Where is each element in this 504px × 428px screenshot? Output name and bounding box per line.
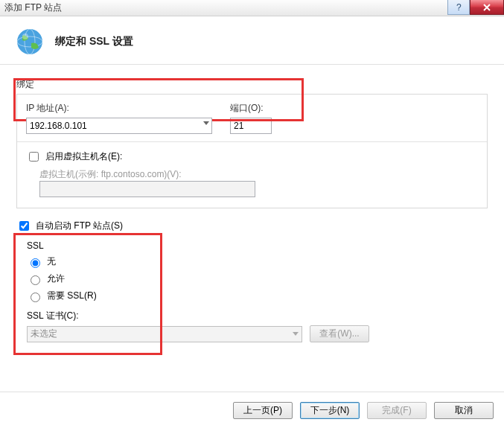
finish-button: 完成(F) [367,402,427,419]
autostart-label: 自动启动 FTP 站点(S) [36,220,123,232]
next-button[interactable]: 下一步(N) [300,402,360,419]
ip-address-label: IP 地址(A): [26,102,212,115]
ip-address-combo[interactable] [26,118,212,134]
page-title: 绑定和 SSL 设置 [55,35,133,48]
autostart-checkbox[interactable] [19,221,29,231]
ssl-allow-label: 允许 [47,272,65,285]
port-input[interactable] [230,118,272,134]
binding-panel: IP 地址(A): 端口(O): 启用虚拟主机名(E): 虚拟主机(示例: ft… [16,94,488,208]
content-area: 绑定 IP 地址(A): 端口(O): 启用虚拟主机名(E): 虚拟主机(示例:… [0,65,504,342]
prev-button[interactable]: 上一页(P) [233,402,293,419]
vhost-input [39,181,255,197]
ssl-group-label: SSL [27,240,488,251]
view-cert-button: 查看(W)... [310,325,369,342]
cancel-button[interactable]: 取消 [434,402,494,419]
ip-address-input[interactable] [26,118,212,134]
vhost-label: 虚拟主机(示例: ftp.contoso.com)(V): [39,168,478,181]
ssl-require-label: 需要 SSL(R) [47,290,97,302]
svg-point-4 [22,33,28,39]
ssl-cert-label: SSL 证书(C): [27,310,488,322]
ssl-group: SSL 无 允许 需要 SSL(R) SSL 证书(C): 未选定 查看(W).… [16,240,488,342]
ssl-cert-select: 未选定 [27,326,302,342]
enable-vhost-label: 启用虚拟主机名(E): [45,150,122,163]
globe-icon [15,27,45,57]
ssl-cert-value: 未选定 [31,328,57,340]
ssl-none-label: 无 [47,255,56,268]
chevron-down-icon [293,332,299,336]
footer-divider [0,392,504,392]
svg-text:?: ? [456,4,462,11]
wizard-buttons: 上一页(P) 下一步(N) 完成(F) 取消 [233,402,494,419]
port-label: 端口(O): [230,102,272,115]
titlebar: 添加 FTP 站点 ? [0,0,504,16]
close-button[interactable] [470,0,504,15]
svg-point-1 [17,29,42,54]
panel-divider [17,141,487,142]
ssl-allow-radio[interactable] [31,275,40,285]
ssl-none-radio[interactable] [31,258,40,268]
ssl-require-radio[interactable] [31,293,40,302]
window-title: 添加 FTP 站点 [4,1,62,14]
window-buttons: ? [447,0,504,15]
wizard-header: 绑定和 SSL 设置 [0,16,504,64]
help-button[interactable]: ? [447,0,470,15]
enable-vhost-checkbox[interactable] [29,152,39,162]
binding-group-label: 绑定 [16,78,488,91]
